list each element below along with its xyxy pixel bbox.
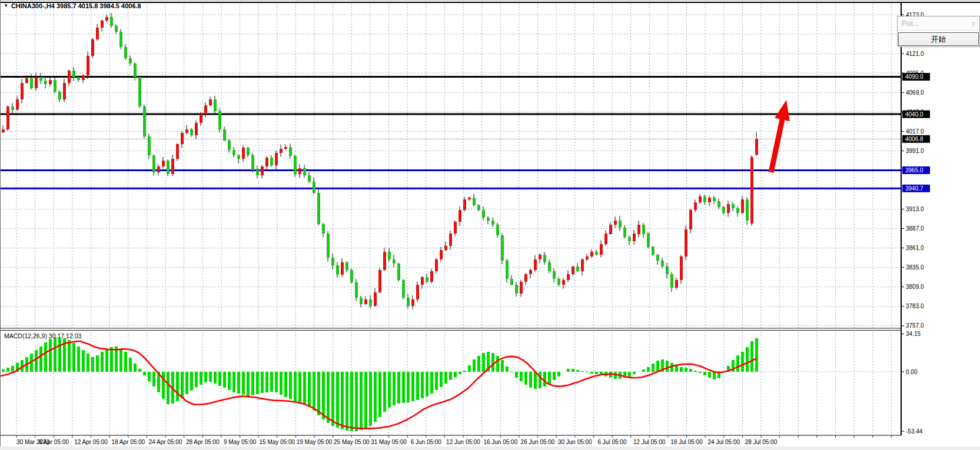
price-axis[interactable] <box>902 6 980 435</box>
popup-title: Poi... <box>902 19 919 28</box>
chevron-down-icon[interactable]: ▼ <box>4 3 8 9</box>
symbol-ohlc-title: ▼ CHINA300-,H4 3985.7 4015.8 3984.5 4006… <box>4 2 141 9</box>
popup-title-bar[interactable]: Poi... x <box>898 16 979 31</box>
close-icon[interactable]: x <box>972 19 975 28</box>
start-button[interactable]: 开始 <box>898 32 979 46</box>
symbol-ohlc-text: CHINA300-,H4 3985.7 4015.8 3984.5 4006.8 <box>11 2 141 9</box>
macd-panel[interactable] <box>0 331 901 435</box>
macd-indicator-label: MACD(12,26,9) 30.17 12.03 <box>4 332 81 339</box>
mt4-chart-window: 4173.04147.04121.04095.04069.04043.04017… <box>0 0 980 450</box>
script-popup-window[interactable]: Poi... x 开始 <box>897 16 980 47</box>
date-axis[interactable] <box>0 435 980 450</box>
main-chart-area[interactable] <box>0 6 901 328</box>
